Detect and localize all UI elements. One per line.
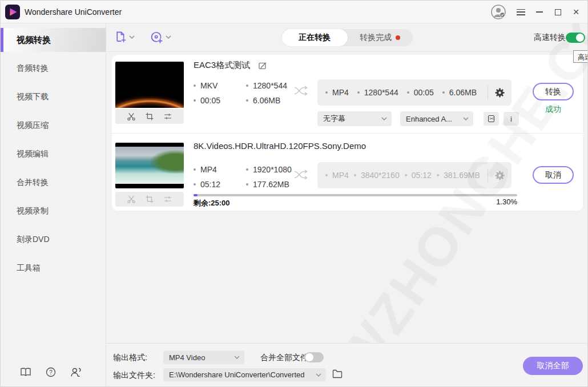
- merge-all-toggle[interactable]: [304, 352, 324, 362]
- output-format-label: 输出格式:: [113, 353, 147, 363]
- time-remaining: 剩余:25:00: [194, 198, 230, 208]
- add-disc-icon: [150, 30, 163, 44]
- sidebar-footer: ?: [1, 367, 106, 377]
- guide-book-icon[interactable]: [20, 367, 31, 377]
- chevron-down-icon: [166, 35, 171, 39]
- sidebar-item-video-compress[interactable]: 视频压缩: [1, 114, 106, 138]
- toggle-knob: [305, 353, 313, 361]
- target-settings[interactable]: MP4 1280*544 00:05 6.06MB: [317, 79, 512, 106]
- rename-icon[interactable]: [258, 61, 267, 70]
- subtitle-select[interactable]: 无字幕: [317, 111, 392, 126]
- sidebar: 视频转换 音频转换 视频下载 视频压缩 视频编辑 合并转换 视频录制 刻录DVD…: [1, 23, 106, 387]
- minimize-button[interactable]: [532, 5, 547, 19]
- crop-icon[interactable]: [145, 112, 154, 121]
- trim-icon[interactable]: [127, 195, 136, 204]
- chevron-down-icon: [129, 35, 135, 39]
- fast-convert-toggle[interactable]: [566, 33, 585, 43]
- add-file-icon: [114, 30, 127, 43]
- feedback-icon[interactable]: [70, 367, 82, 377]
- fast-convert-label: 高速转换: [534, 33, 566, 43]
- sidebar-item-audio-convert[interactable]: 音频转换: [1, 57, 106, 80]
- convert-arrow-icon: [293, 169, 309, 180]
- task-list: EAC3格式测试 MKV 1280*544 00:05 6.06MB M: [112, 55, 583, 211]
- tab-finished[interactable]: 转换完成: [348, 29, 413, 46]
- chevron-down-icon: [381, 117, 387, 120]
- output-format-select[interactable]: MP4 Video: [163, 350, 244, 364]
- chevron-down-icon: [463, 117, 469, 120]
- trim-icon[interactable]: [127, 112, 136, 121]
- progress-fill: [194, 194, 198, 196]
- add-file-button[interactable]: [114, 30, 135, 43]
- task-title: EAC3格式测试: [194, 60, 267, 71]
- edit-toolbar: [115, 109, 184, 124]
- status-success: 成功: [533, 104, 574, 115]
- toolbar: 正在转换 转换完成 高速转换: [106, 23, 588, 52]
- audio-track-select[interactable]: Enhanced A...: [400, 111, 473, 126]
- settings-gear-icon: [495, 171, 505, 180]
- source-info: MKV 1280*544 00:05 6.06MB: [194, 81, 291, 105]
- app-title: Wondershare UniConverter: [25, 7, 122, 17]
- task-title: 8K.Videos.HDR.UltraHD.120FPS.Sony.Demo: [194, 141, 366, 151]
- merge-all-label: 合并全部文件: [260, 353, 308, 363]
- convert-arrow-icon: [293, 85, 309, 96]
- close-button[interactable]: ×: [569, 5, 583, 19]
- source-info: MP4 1920*1080 05:12 177.62MB: [194, 165, 291, 189]
- progress-percent: 1.30%: [432, 197, 517, 206]
- edit-toolbar: [115, 192, 184, 207]
- sidebar-item-video-download[interactable]: 视频下载: [1, 85, 106, 109]
- add-from-device-button[interactable]: [150, 30, 171, 44]
- svg-text:?: ?: [49, 369, 53, 376]
- convert-button[interactable]: 转换: [533, 83, 574, 100]
- video-thumbnail: [115, 143, 184, 188]
- effects-icon[interactable]: [163, 112, 172, 121]
- settings-gear-icon[interactable]: [495, 88, 505, 98]
- crop-icon[interactable]: [145, 195, 154, 204]
- open-folder-icon[interactable]: [332, 369, 343, 378]
- app-window: Wondershare UniConverter × 视频转换 音频转换 视频下…: [0, 0, 588, 387]
- help-icon[interactable]: ?: [45, 367, 57, 377]
- sidebar-item-merge-convert[interactable]: 合并转换: [1, 171, 106, 195]
- account-avatar[interactable]: [490, 4, 506, 20]
- menu-icon[interactable]: [513, 5, 528, 19]
- task-row-1: EAC3格式测试 MKV 1280*544 00:05 6.06MB M: [112, 55, 583, 133]
- output-folder-select[interactable]: E:\Wondershare UniConverter\Converted: [163, 368, 326, 381]
- progress-bar: [194, 194, 517, 196]
- sidebar-item-video-edit[interactable]: 视频编辑: [1, 142, 106, 166]
- sidebar-item-burn-dvd[interactable]: 刻录DVD: [1, 228, 106, 252]
- notification-dot: [396, 35, 400, 40]
- chevron-down-icon: [316, 373, 321, 377]
- effects-icon[interactable]: [163, 195, 172, 204]
- app-logo-icon: [5, 5, 20, 19]
- chevron-down-icon: [234, 356, 240, 359]
- target-settings: MP4 3840*2160 05:12 381.69MB: [317, 162, 512, 188]
- titlebar: Wondershare UniConverter ×: [1, 1, 588, 23]
- video-thumbnail: [115, 62, 184, 108]
- output-bar: 输出格式: MP4 Video 合并全部文件 输出文件夹: E:\Wonders…: [106, 343, 588, 387]
- info-button[interactable]: i: [504, 112, 519, 126]
- cancel-all-button[interactable]: 取消全部: [523, 357, 583, 375]
- fast-convert-tooltip: 高速: [573, 50, 588, 63]
- tab-converting[interactable]: 正在转换: [282, 29, 348, 46]
- convert-tabs: 正在转换 转换完成: [282, 29, 413, 46]
- content-area: WZHONGHE.COM 正在转换: [106, 23, 588, 387]
- sidebar-item-screen-record[interactable]: 视频录制: [1, 199, 106, 223]
- task-row-2: 8K.Videos.HDR.UltraHD.120FPS.Sony.Demo M…: [112, 133, 583, 211]
- maximize-button[interactable]: [550, 5, 565, 19]
- compress-button[interactable]: ><: [484, 112, 499, 126]
- output-folder-label: 输出文件夹:: [113, 370, 155, 381]
- toggle-knob: [576, 34, 584, 42]
- cancel-button[interactable]: 取消: [533, 166, 574, 184]
- sidebar-item-toolbox[interactable]: 工具箱: [1, 256, 106, 280]
- sidebar-item-video-convert[interactable]: 视频转换: [1, 28, 106, 52]
